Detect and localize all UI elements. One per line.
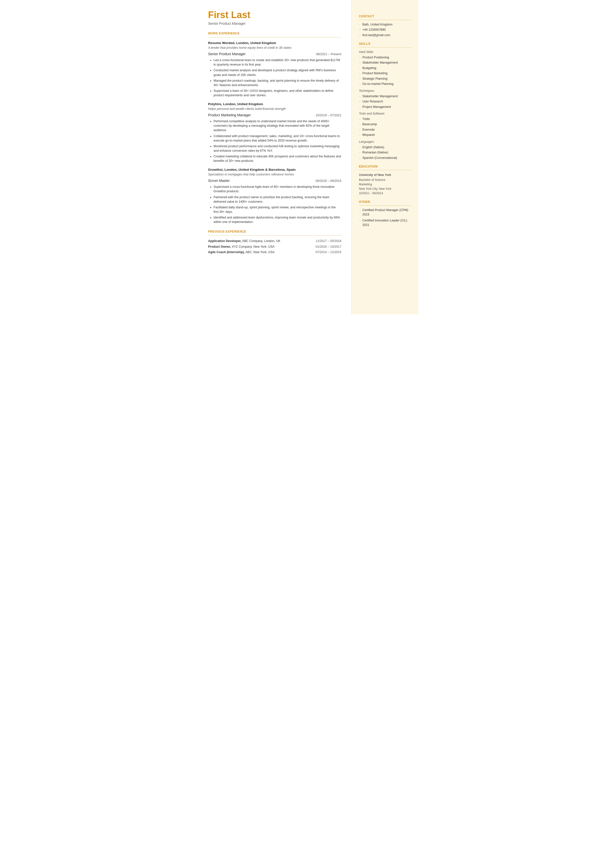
company-tagline-0: A lender that provides home equity lines…: [208, 46, 341, 50]
job-bullet-0-2: Managed the product roadmap, backlog, an…: [214, 78, 341, 87]
tools-label: Tools and Software:: [359, 112, 411, 116]
job-dates-0: 08/2021 – Present: [316, 52, 341, 57]
candidate-title: Senior Product Manager: [208, 21, 341, 26]
job-header-0: Senior Product Manager08/2021 – Present: [208, 52, 341, 57]
techniques-label: Techniques:: [359, 89, 411, 93]
contact-label: CONTACT: [359, 14, 411, 19]
job-bullet-2-3: Identified and addressed team dysfunctio…: [214, 215, 341, 224]
job-block-2: Growthsi, London, United Kingdom & Barce…: [208, 168, 341, 224]
education-label: EDUCATION: [359, 165, 411, 169]
skills-divider: [359, 47, 411, 48]
prev-exp-left-0: Application Developer, ABC Company, Lond…: [208, 239, 281, 244]
tools-list: TrelloBasecampEvernoteMixpanel: [359, 117, 411, 137]
company-tagline-1: Helps personal and wealth clients build …: [208, 107, 341, 111]
prev-exp-right-2: 07/2014 – 12/2015: [316, 250, 341, 255]
prev-exp-row-2: Agile Coach (Internship), ABC, New York,…: [208, 250, 341, 255]
other-label: OTHER: [359, 200, 411, 204]
previous-experience-label: PREVIOUS EXPERIENCE: [208, 230, 341, 234]
job-bullet-1-3: Created marketing collateral to educate …: [214, 154, 341, 163]
edu-location: New York City, New York: [359, 186, 411, 191]
education-divider: [359, 170, 411, 170]
job-bullets-0: Led a cross-functional team to create an…: [208, 58, 341, 98]
job-bullet-0-0: Led a cross-functional team to create an…: [214, 58, 341, 67]
contact-item-2: first.last@gmail.com: [359, 33, 411, 37]
education-block: University of New York Bachelor of Scien…: [359, 173, 411, 196]
degree: Bachelor of Science: [359, 178, 411, 182]
other-item-1: Certified Innovation Leader (CIL) 2021: [359, 219, 411, 227]
other-divider: [359, 205, 411, 206]
hard-skills-list: Product PositioningStakeholder Managemen…: [359, 56, 411, 86]
work-experience-label: WORK EXPERIENCE: [208, 31, 341, 36]
language-0: English (Native): [359, 145, 411, 150]
job-block-0: Resume Worded, London, United KingdomA l…: [208, 41, 341, 98]
sidebar: CONTACT Bath, United Kingdom+44 12345678…: [352, 0, 419, 314]
main-column: First Last Senior Product Manager WORK E…: [196, 0, 352, 314]
technique-2: Project Management: [359, 105, 411, 109]
job-bullets-2: Supervised a cross-functional Agile team…: [208, 185, 341, 224]
contact-item-1: +44 1234567890: [359, 28, 411, 32]
languages-list: English (Native)Romanian (Native)Spanish…: [359, 145, 411, 160]
job-bullet-1-2: Monitored product performance and conduc…: [214, 144, 341, 153]
candidate-name: First Last: [208, 10, 341, 20]
job-bullet-2-2: Facilitated daily stand-up, sprint plann…: [214, 205, 341, 214]
school-name: University of New York: [359, 173, 411, 177]
technique-1: User Research: [359, 99, 411, 104]
hard-skill-1: Stakeholder Management: [359, 61, 411, 65]
contact-list: Bath, United Kingdom+44 1234567890first.…: [359, 23, 411, 37]
jobs-container: Resume Worded, London, United KingdomA l…: [208, 41, 341, 224]
job-dates-1: 10/2019 – 07/2021: [316, 113, 341, 118]
previous-experience-container: Application Developer, ABC Company, Lond…: [208, 239, 341, 255]
skills-label: SKILLS: [359, 42, 411, 46]
language-1: Romanian (Native): [359, 151, 411, 155]
company-name-0: Resume Worded, London, United Kingdom: [208, 41, 341, 45]
job-bullets-1: Performed competitive analysis to unders…: [208, 119, 341, 163]
company-name-1: Polyhire, London, United Kingdom: [208, 102, 341, 107]
job-header-2: Scrum Master06/2018 – 09/2019: [208, 179, 341, 183]
job-bullet-1-0: Performed competitive analysis to unders…: [214, 119, 341, 132]
job-block-1: Polyhire, London, United KingdomHelps pe…: [208, 102, 341, 163]
hard-skill-2: Budgeting: [359, 66, 411, 70]
contact-divider: [359, 20, 411, 20]
language-2: Spanish (Conversational): [359, 156, 411, 160]
contact-item-0: Bath, United Kingdom: [359, 23, 411, 27]
hard-skill-4: Strategic Planning: [359, 77, 411, 81]
job-bullet-2-0: Supervised a cross-functional Agile team…: [214, 185, 341, 194]
hard-skills-label: Hard Skills:: [359, 50, 411, 54]
field: Marketing: [359, 182, 411, 186]
prev-exp-row-1: Product Owner, XYZ Company, New York, US…: [208, 245, 341, 249]
prev-exp-right-0: 11/2017 – 05/2018: [316, 239, 341, 244]
job-bullet-0-3: Supervised a team of 30+ UX/UI designers…: [214, 89, 341, 98]
resume-page: First Last Senior Product Manager WORK E…: [196, 0, 419, 314]
languages-label: Languages:: [359, 140, 411, 144]
hard-skill-5: Go-to-market Planning: [359, 82, 411, 86]
tool-0: Trello: [359, 117, 411, 121]
tool-2: Evernote: [359, 128, 411, 132]
prev-exp-left-1: Product Owner, XYZ Company, New York, US…: [208, 245, 275, 249]
job-title-0: Senior Product Manager: [208, 52, 246, 57]
job-bullet-1-1: Collaborated with product management, sa…: [214, 134, 341, 143]
job-header-1: Product Marketing Manager10/2019 – 07/20…: [208, 113, 341, 118]
hard-skill-0: Product Positioning: [359, 56, 411, 60]
prev-exp-left-2: Agile Coach (Internship), ABC, New York,…: [208, 250, 275, 255]
previous-experience-divider: [208, 235, 341, 236]
company-name-2: Growthsi, London, United Kingdom & Barce…: [208, 168, 341, 172]
edu-dates: 10/2011 - 06/2014: [359, 191, 411, 196]
prev-exp-right-1: 01/2016 – 10/2017: [316, 245, 341, 249]
technique-0: Stakeholder Management: [359, 94, 411, 99]
tool-1: Basecamp: [359, 122, 411, 127]
job-bullet-2-1: Partnered with the product owner to prio…: [214, 195, 341, 204]
tool-3: Mixpanel: [359, 133, 411, 137]
job-dates-2: 06/2018 – 09/2019: [316, 179, 341, 183]
other-container: Certified Product Manager (CPM) 2019Cert…: [359, 208, 411, 227]
prev-exp-row-0: Application Developer, ABC Company, Lond…: [208, 239, 341, 244]
work-experience-divider: [208, 37, 341, 37]
job-bullet-0-1: Conducted market analysis and developed …: [214, 68, 341, 77]
job-title-1: Product Marketing Manager: [208, 113, 251, 118]
company-tagline-2: Specializes in mortgages that help custo…: [208, 172, 341, 177]
techniques-list: Stakeholder ManagementUser ResearchProje…: [359, 94, 411, 109]
hard-skill-3: Product Marketing: [359, 71, 411, 76]
job-title-2: Scrum Master: [208, 179, 230, 183]
other-item-0: Certified Product Manager (CPM) 2019: [359, 208, 411, 217]
